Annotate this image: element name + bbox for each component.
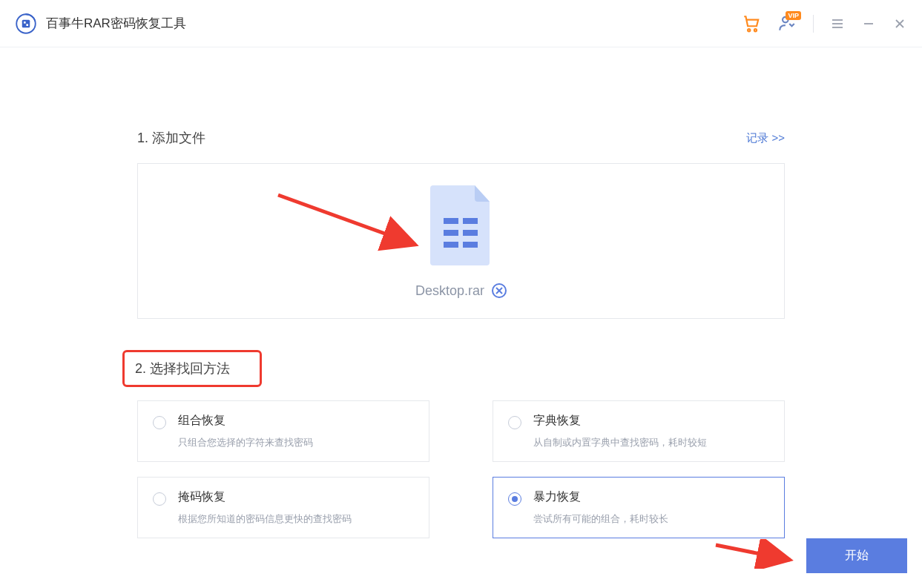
method-desc: 从自制或内置字典中查找密码，耗时较短	[533, 436, 707, 449]
radio-combination[interactable]	[153, 416, 166, 429]
app-title: 百事牛RAR密码恢复工具	[46, 15, 186, 32]
method-title: 字典恢复	[533, 413, 707, 429]
method-dictionary[interactable]: 字典恢复 从自制或内置字典中查找密码，耗时较短	[493, 400, 785, 462]
svg-rect-17	[444, 242, 458, 248]
svg-rect-14	[463, 218, 478, 224]
step1-title: 1. 添加文件	[137, 129, 205, 147]
svg-rect-18	[463, 242, 478, 248]
method-bruteforce[interactable]: 暴力恢复 尝试所有可能的组合，耗时较长	[493, 477, 785, 538]
method-title: 掩码恢复	[178, 489, 352, 505]
remove-file-button[interactable]	[492, 283, 507, 298]
svg-line-22	[716, 545, 790, 560]
method-desc: 根据您所知道的密码信息更快的查找密码	[178, 512, 352, 526]
file-icon	[427, 184, 495, 273]
step2-highlight-box: 2. 选择找回方法	[122, 350, 262, 387]
svg-rect-16	[463, 230, 478, 236]
step2-title: 2. 选择找回方法	[135, 360, 230, 377]
separator	[813, 15, 814, 33]
start-button[interactable]: 开始	[806, 538, 907, 573]
titlebar-actions: VIP	[742, 14, 907, 33]
minimize-icon[interactable]	[861, 14, 876, 33]
annotation-arrow-2	[712, 539, 801, 569]
method-title: 暴力恢复	[533, 489, 668, 505]
svg-rect-1	[22, 19, 30, 27]
method-desc: 尝试所有可能的组合，耗时较长	[533, 512, 668, 526]
step1-header: 1. 添加文件 记录 >>	[137, 129, 785, 147]
radio-bruteforce[interactable]	[508, 492, 521, 506]
main-content: 1. 添加文件 记录 >> Desktop.rar	[0, 47, 922, 538]
menu-icon[interactable]	[830, 14, 845, 33]
method-desc: 只组合您选择的字符来查找密码	[178, 436, 313, 449]
svg-rect-2	[24, 22, 26, 24]
titlebar: 百事牛RAR密码恢复工具 VIP	[0, 0, 922, 47]
vip-badge: VIP	[786, 11, 801, 20]
close-icon[interactable]	[892, 14, 907, 33]
svg-point-5	[754, 29, 757, 31]
file-drop-area[interactable]: Desktop.rar	[137, 163, 785, 319]
radio-mask[interactable]	[153, 492, 166, 506]
radio-dictionary[interactable]	[508, 416, 521, 429]
svg-rect-15	[444, 230, 458, 236]
methods-grid: 组合恢复 只组合您选择的字符来查找密码 字典恢复 从自制或内置字典中查找密码，耗…	[137, 400, 785, 538]
method-mask[interactable]: 掩码恢复 根据您所知道的密码信息更快的查找密码	[137, 477, 429, 538]
svg-rect-13	[444, 218, 458, 224]
svg-rect-3	[26, 24, 28, 26]
method-combination[interactable]: 组合恢复 只组合您选择的字符来查找密码	[137, 400, 429, 462]
file-row: Desktop.rar	[415, 283, 507, 299]
app-logo	[15, 13, 37, 35]
svg-point-4	[748, 29, 750, 31]
user-icon[interactable]: VIP	[777, 14, 797, 33]
method-title: 组合恢复	[178, 413, 313, 429]
cart-icon[interactable]	[742, 14, 761, 33]
records-link[interactable]: 记录 >>	[746, 131, 785, 145]
file-name: Desktop.rar	[415, 283, 484, 299]
